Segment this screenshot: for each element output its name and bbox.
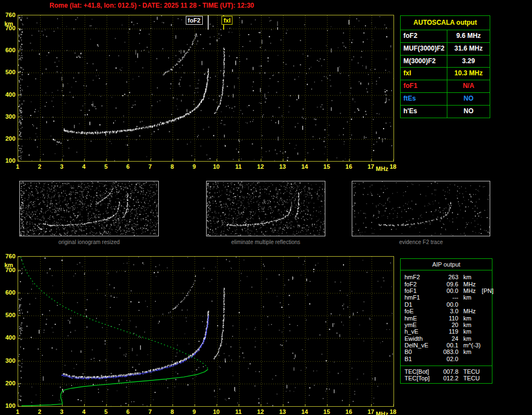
autoscala-row: ftEsNO	[401, 93, 490, 106]
aip-row-unit: MHz	[463, 281, 476, 287]
x-tick-label: 9	[192, 408, 196, 415]
aip-row: TEC[Top]012.2TECU	[401, 375, 492, 381]
aip-row-label: foE	[404, 308, 437, 314]
aip-row-value: 20	[437, 322, 458, 328]
aip-row: hmF1---km	[401, 294, 492, 301]
aip-row-label: h_vE	[404, 328, 437, 335]
y-tick-label: 200	[1, 380, 15, 386]
y-tick-label: 200	[1, 135, 15, 142]
y-tick-label: 100	[1, 402, 15, 409]
aip-row-unit: km	[463, 274, 472, 280]
aip-row-label: ymE	[404, 322, 437, 328]
aip-row-unit: km	[463, 322, 472, 328]
autoscala-window: Rome (lat: +41.8, lon: 012.5) - DATE: 20…	[0, 0, 532, 415]
aip-row-label: B0	[404, 348, 437, 355]
thumbnail-caption-evidence: evidence F2 trace	[352, 239, 490, 245]
x-tick-label: 11	[235, 408, 242, 415]
x-tick-label: 13	[279, 163, 286, 170]
aip-row-value: 00.0	[437, 287, 458, 294]
y-tick-label: 400	[1, 91, 15, 98]
autoscala-row: fxI10.3 MHz	[401, 68, 490, 80]
autoscala-row-value: 9.6 MHz	[447, 30, 490, 42]
x-tick-label: 8	[170, 408, 174, 415]
aip-row: Ewidth24km	[401, 335, 492, 342]
aip-row: B102.0	[401, 356, 492, 362]
aip-row-unit: km	[463, 294, 472, 301]
x-tick-label: 18	[390, 163, 396, 170]
thumbnail-evidence-f2: evidence F2 trace	[352, 181, 490, 245]
aip-row-unit: MHz	[463, 308, 476, 314]
y-tick-label: 500	[1, 312, 15, 318]
aip-row-label: DelN_vE	[404, 342, 437, 348]
x-tick-label: 9	[192, 163, 196, 170]
aip-row-value: 3.0	[437, 308, 458, 314]
aip-row-value: ---	[437, 294, 458, 301]
x-tick-label: 4	[82, 163, 85, 170]
x-axis-unit-label: MHz	[376, 411, 389, 415]
aip-row-value: 119	[437, 328, 458, 335]
autoscala-row-label: MUF(3000)F2	[401, 43, 447, 55]
x-tick-label: 12	[257, 163, 264, 170]
thumbnail-caption-original: original ionogram resized	[19, 239, 159, 245]
aip-row-unit: m^(-3)	[463, 342, 480, 348]
x-tick-label: 17	[368, 408, 374, 415]
autoscala-row-label: ftEs	[401, 93, 447, 105]
x-axis-unit-label: MHz	[376, 165, 389, 172]
autoscala-row: MUF(3000)F231.6 MHz	[401, 43, 490, 56]
x-tick-label: 15	[323, 163, 330, 170]
x-tick-label: 16	[346, 408, 352, 415]
autoscala-row-value: N/A	[447, 80, 490, 92]
x-tick-label: 10	[213, 408, 219, 415]
aip-row-value: 012.2	[437, 375, 458, 381]
aip-row: hmE110km	[401, 314, 492, 321]
bottom-ionogram-plot	[18, 256, 394, 407]
y-tick-label: 300	[1, 357, 15, 364]
autoscala-row: foF1N/A	[401, 80, 490, 93]
autoscala-row-value: 3.29	[447, 56, 490, 68]
autoscala-row-value: 31.6 MHz	[447, 43, 490, 55]
aip-row: foF209.6MHz	[401, 280, 492, 287]
x-tick-label: 18	[390, 408, 396, 415]
aip-row-label: D1	[404, 301, 437, 308]
x-tick-label: 13	[279, 408, 286, 415]
aip-row-unit: TECU	[463, 375, 480, 381]
y-tick-label: 600	[1, 289, 15, 296]
y-tick-label: 500	[1, 69, 15, 75]
aip-row-value: 00.0	[437, 301, 458, 308]
aip-row-note: [PN]	[482, 287, 494, 294]
top-ionogram-plot	[18, 15, 394, 162]
x-tick-label: 15	[323, 408, 330, 415]
x-tick-label: 6	[126, 408, 130, 415]
autoscala-row-label: fxI	[401, 68, 447, 80]
autoscala-row-label: foF2	[401, 30, 447, 42]
x-tick-label: 11	[235, 163, 242, 170]
autoscala-row: foF29.6 MHz	[401, 30, 490, 43]
aip-row-value: 110	[437, 315, 458, 322]
autoscala-output-table: AUTOSCALA output foF29.6 MHzMUF(3000)F23…	[400, 15, 490, 118]
x-tick-label: 14	[301, 163, 308, 170]
aip-row-value: 02.0	[437, 356, 458, 362]
fxi-marker-label: fxI	[221, 16, 233, 25]
aip-row: hmF2263km	[401, 274, 492, 280]
x-tick-label: 2	[38, 163, 41, 170]
autoscala-row-value: 10.3 MHz	[447, 68, 490, 80]
aip-row: foF100.0MHz[PN]	[401, 287, 492, 294]
aip-row-unit: km	[463, 335, 472, 342]
aip-row-label: hmF1	[404, 294, 437, 301]
thumbnail-original-ionogram: original ionogram resized	[19, 181, 159, 245]
aip-row-unit: km	[463, 315, 472, 322]
x-tick-label: 5	[104, 408, 108, 415]
x-tick-label: 3	[60, 163, 63, 170]
aip-row-unit: km	[463, 328, 472, 335]
thumbnail-eliminate-reflections: eliminate multiple reflections	[206, 181, 325, 245]
thumbnail-eliminate-reflections-canvas	[206, 181, 325, 236]
y-tick-label: 100	[1, 157, 15, 164]
autoscala-row-label: foF1	[401, 80, 447, 92]
aip-row: ymE20km	[401, 322, 492, 328]
y-tick-label: 300	[1, 113, 15, 120]
y-axis-unit-label: km	[4, 20, 13, 27]
aip-row-value: 09.6	[437, 281, 458, 287]
aip-table-rows: hmF2263kmfoF209.6MHzfoF100.0MHz[PN]hmF1-…	[401, 274, 492, 381]
aip-row: D100.0	[401, 301, 492, 308]
x-tick-label: 17	[368, 163, 374, 170]
